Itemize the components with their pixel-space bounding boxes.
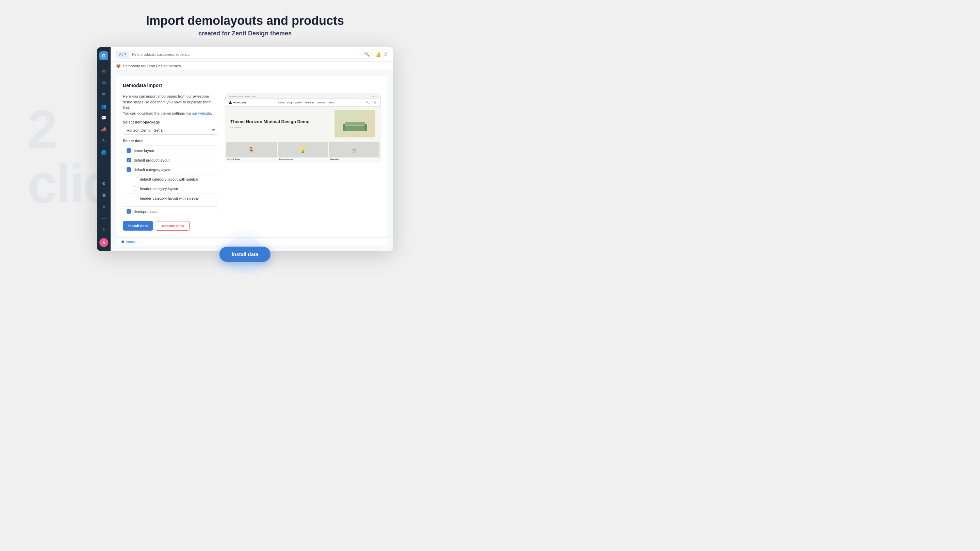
lamp-icon: 💡 xyxy=(299,147,306,153)
nav-layouts: Layouts xyxy=(317,102,325,104)
bowl-icon: 🍵 xyxy=(351,147,358,153)
list-item: 🪑 Stühle & Sessel xyxy=(226,142,277,161)
sidebar-item-megaphone[interactable]: 📣 xyxy=(99,124,108,134)
page-header: Import demolayouts and products created … xyxy=(0,0,490,47)
preview-hero-sub: – EXPLORE xyxy=(231,127,331,129)
header-category-sidebar-checkbox[interactable] xyxy=(133,196,137,200)
page-subtitle: created for Zenit Design themes xyxy=(0,30,490,37)
import-form: Here you can import shop pages from our … xyxy=(123,94,218,230)
search-input[interactable] xyxy=(129,51,361,58)
top-bar: All ▾ 🔍 🔔 ⏱ xyxy=(111,47,393,62)
remove-data-button[interactable]: remove data xyxy=(156,221,189,230)
header-category-sidebar-label: header category layout with sidebar xyxy=(140,196,199,200)
clock-icon[interactable]: ⏱ xyxy=(383,52,388,57)
sidebar-item-chat[interactable]: 💬 xyxy=(99,113,108,122)
product-label-3: Dekoration xyxy=(329,157,379,161)
preview-navbar: HORIZON Home Shop Seiten Features Layout… xyxy=(225,98,380,106)
import-description: Here you can import shop pages from our … xyxy=(123,94,218,116)
list-item: 💡 Designer Lampen xyxy=(278,142,328,161)
toolbar-actions: ▷ ⊞ ⋯ xyxy=(371,95,377,97)
chair-icon: 🪑 xyxy=(248,147,255,153)
preview-top: Elementor Page Builder Demo ▷ ⊞ ⋯ HORIZO… xyxy=(225,94,381,107)
sidebar-item-globe[interactable]: 🌐 xyxy=(99,148,108,157)
breadcrumb: 📦 Demodata for Zenit Design themes xyxy=(111,62,393,70)
default-category-checkbox[interactable]: ✓ xyxy=(127,167,131,172)
default-category-label: default category layout xyxy=(134,168,172,172)
default-product-label: default product layout xyxy=(134,158,169,162)
preview-hero: Theme Horizon Minimal Design Demo – EXPL… xyxy=(225,107,381,141)
search-dropdown[interactable]: All ▾ xyxy=(116,51,129,58)
list-item: default category layout with sidebar xyxy=(123,175,218,184)
page-title: Import demolayouts and products xyxy=(0,14,490,28)
demoproducts-checkbox[interactable]: ✓ xyxy=(127,209,131,214)
default-product-checkbox[interactable]: ✓ xyxy=(127,158,131,162)
product-label-2: Designer Lampen xyxy=(278,157,328,161)
heart-mini-icon: ♡ xyxy=(371,101,372,104)
sidebar-item-users[interactable]: 👥 xyxy=(99,102,108,111)
header-category-checkbox[interactable] xyxy=(133,186,137,191)
sidebar-avatar[interactable]: A xyxy=(99,238,108,247)
brand-icon xyxy=(229,101,232,104)
preview-hero-title: Theme Horizon Minimal Design Demo xyxy=(231,119,331,124)
search-mini-icon: 🔍 xyxy=(366,101,369,104)
notif-text: demo... xyxy=(126,240,137,243)
sidebar-item-file[interactable]: ☰ xyxy=(99,90,108,99)
sidebar-item-home[interactable]: ⊙ xyxy=(99,67,108,76)
preview-toolbar: Elementor Page Builder Demo ▷ ⊞ ⋯ xyxy=(225,94,380,98)
sidebar-item-copy[interactable]: ⧉ xyxy=(99,78,108,88)
main-content: All ▾ 🔍 🔔 ⏱ 📦 Demodata for Zenit Design … xyxy=(111,47,393,251)
preview-products: 🪑 Stühle & Sessel 💡 Designer Lampen xyxy=(225,141,381,162)
sidebar-item-info[interactable]: ℹ xyxy=(99,225,108,234)
sidebar: G ⊙ ⧉ ☰ 👥 💬 📣 ↻ 🌐 ⚙ ▣ ≡ ⋯ ℹ A xyxy=(97,47,111,251)
search-bar: All ▾ 🔍 xyxy=(116,50,373,59)
cart-mini-icon: 🛒 xyxy=(374,101,377,104)
website-link[interactable]: via our website xyxy=(186,111,211,115)
product-img-2: 💡 xyxy=(278,142,328,157)
notif-dot xyxy=(121,240,124,243)
list-item: ✓ default category layout xyxy=(123,165,218,175)
install-data-button[interactable]: install data xyxy=(123,221,153,230)
product-label-1: Stühle & Sessel xyxy=(226,157,277,161)
nav-shop: Shop xyxy=(287,102,292,104)
product-img-1: 🪑 xyxy=(226,142,277,157)
list-item: header category layout xyxy=(123,184,218,194)
import-card-title: Demodata import xyxy=(123,83,381,88)
sidebar-item-refresh[interactable]: ↻ xyxy=(99,136,108,146)
preview-brand: HORIZON xyxy=(229,101,246,104)
search-button[interactable]: 🔍 xyxy=(361,50,372,58)
default-category-sidebar-label: default category layout with sidebar xyxy=(140,177,198,181)
list-item: header category layout with sidebar xyxy=(123,194,218,203)
demopackage-select[interactable]: Horizon Demo - Set 1 xyxy=(123,126,218,135)
product-img-3: 🍵 xyxy=(329,142,379,157)
demoproducts-label: demoproducts xyxy=(134,210,158,214)
list-item: 🍵 Dekoration xyxy=(329,142,379,161)
home-layout-checkbox[interactable]: ✓ xyxy=(127,148,131,153)
browser-window: G ⊙ ⧉ ☰ 👥 💬 📣 ↻ 🌐 ⚙ ▣ ≡ ⋯ ℹ A All ▾ 🔍 xyxy=(97,47,393,251)
sidebar-item-layers[interactable]: ▣ xyxy=(99,190,108,200)
page-content: Demodata import Here you can import shop… xyxy=(111,70,393,251)
nav-seiten: Seiten xyxy=(295,102,302,104)
preview-image: Elementor Page Builder Demo ▷ ⊞ ⋯ HORIZO… xyxy=(225,94,381,162)
preview-hero-image xyxy=(334,110,375,137)
install-float-button[interactable]: install data xyxy=(220,246,270,262)
demopackage-group: Select demopackage Horizon Demo - Set 1 xyxy=(123,120,218,135)
home-layout-label: home layout xyxy=(134,149,154,153)
bell-icon[interactable]: 🔔 xyxy=(375,52,381,57)
select-data-label: Select data xyxy=(123,139,218,143)
chevron-down-icon: ▾ xyxy=(124,52,126,56)
sidebar-logo[interactable]: G xyxy=(99,51,108,60)
list-item: ✓ home layout xyxy=(123,146,218,156)
toolbar-text: Elementor Page Builder Demo xyxy=(229,95,256,97)
sidebar-item-more[interactable]: ⋯ xyxy=(99,213,108,223)
sidebar-item-settings[interactable]: ⚙ xyxy=(99,179,108,188)
sidebar-item-list[interactable]: ≡ xyxy=(99,202,108,211)
header-category-label: header category layout xyxy=(140,187,178,191)
top-bar-icons: 🔔 ⏱ xyxy=(375,52,388,57)
checkbox-list: ✓ home layout ✓ default product layout xyxy=(123,146,218,203)
action-buttons: install data remove data xyxy=(123,221,218,230)
install-float-container: install data xyxy=(220,246,270,262)
default-category-sidebar-checkbox[interactable] xyxy=(133,177,137,181)
select-demopackage-label: Select demopackage xyxy=(123,120,218,124)
import-layout: Here you can import shop pages from our … xyxy=(123,94,381,230)
nav-demo: Demo xyxy=(328,102,334,104)
